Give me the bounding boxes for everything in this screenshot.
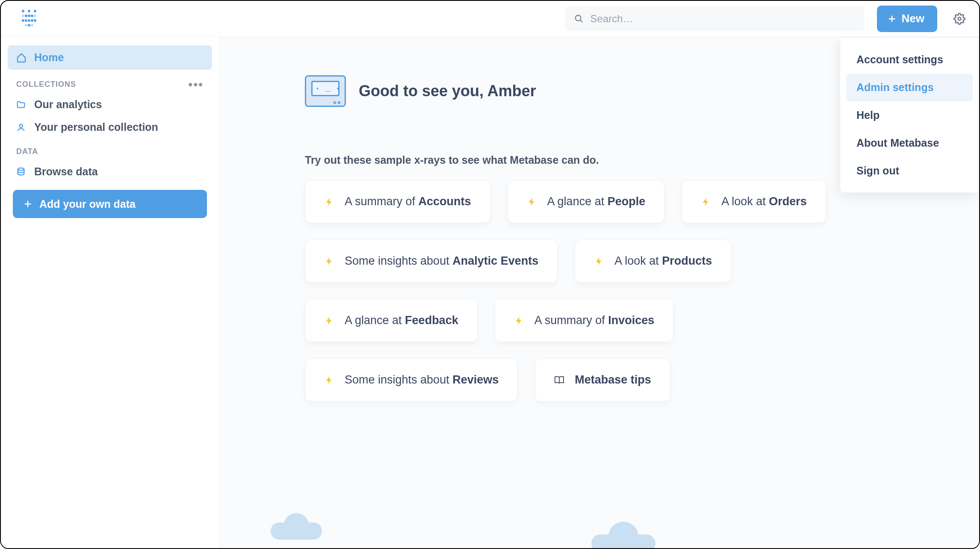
svg-point-21: [19, 124, 22, 127]
bolt-icon: [701, 197, 711, 207]
metabot-icon: • ‿ •: [305, 75, 346, 107]
svg-point-15: [31, 24, 33, 27]
svg-point-12: [34, 19, 36, 22]
plus-icon: [23, 199, 32, 209]
new-button-label: New: [902, 12, 924, 25]
xray-cards: A summary of AccountsA glance at PeopleA…: [305, 180, 869, 401]
bolt-icon: [514, 316, 524, 326]
home-icon: [16, 53, 27, 63]
search-box[interactable]: [565, 6, 864, 31]
search-icon: [574, 14, 584, 24]
card-text: A look at Orders: [721, 195, 807, 208]
sidebar-home-label: Home: [34, 51, 64, 64]
svg-point-4: [25, 15, 27, 17]
svg-point-6: [31, 15, 33, 17]
topbar: New: [1, 1, 979, 37]
sidebar-item-label: Browse data: [34, 165, 98, 178]
add-own-data-button[interactable]: Add your own data: [13, 190, 207, 218]
xray-card[interactable]: A glance at People: [508, 180, 665, 223]
bolt-icon: [324, 197, 334, 207]
svg-point-16: [575, 15, 581, 21]
new-button[interactable]: New: [877, 6, 937, 32]
xray-intro-text: Try out these sample x-rays to see what …: [305, 154, 894, 166]
settings-menu-item[interactable]: Admin settings: [846, 74, 973, 101]
add-data-label: Add your own data: [39, 198, 136, 210]
card-text: Some insights about Analytic Events: [345, 254, 538, 268]
svg-point-3: [22, 15, 24, 17]
card-text: Some insights about Reviews: [345, 373, 499, 387]
sidebar-item-label: Your personal collection: [34, 121, 158, 133]
xray-card[interactable]: A glance at Feedback: [305, 299, 478, 342]
svg-point-5: [28, 15, 30, 17]
card-text: A glance at Feedback: [345, 314, 458, 327]
xray-card[interactable]: A summary of Invoices: [495, 299, 674, 342]
xray-card[interactable]: A summary of Accounts: [305, 180, 490, 223]
bolt-icon: [324, 256, 334, 266]
svg-point-2: [34, 10, 36, 12]
card-text: A summary of Accounts: [345, 195, 471, 208]
svg-point-7: [34, 15, 36, 17]
svg-point-10: [28, 19, 30, 22]
svg-point-14: [28, 24, 30, 27]
plus-icon: [887, 14, 897, 24]
cloud-decoration: [591, 534, 655, 548]
greeting-text: Good to see you, Amber: [359, 82, 536, 100]
sidebar-data-header: DATA: [8, 139, 212, 160]
svg-point-20: [958, 17, 961, 20]
card-text: Metabase tips: [575, 373, 651, 387]
svg-point-11: [31, 19, 33, 22]
database-icon: [16, 167, 26, 177]
folder-icon: [16, 100, 26, 109]
bolt-icon: [527, 197, 537, 207]
xray-card[interactable]: A look at Products: [575, 239, 731, 283]
settings-menu-item[interactable]: Help: [846, 101, 973, 129]
xray-card[interactable]: A look at Orders: [682, 180, 826, 223]
card-text: A look at Products: [614, 254, 712, 268]
sidebar-collections-header: COLLECTIONS •••: [8, 71, 212, 93]
svg-point-9: [25, 19, 27, 22]
xray-card[interactable]: Metabase tips: [535, 358, 670, 401]
settings-menu-item[interactable]: Account settings: [846, 46, 973, 74]
xray-card[interactable]: Some insights about Reviews: [305, 358, 518, 401]
metabase-logo-icon: [21, 9, 37, 28]
sidebar-item-our-analytics[interactable]: Our analytics: [8, 93, 212, 116]
sidebar-item-personal-collection[interactable]: Your personal collection: [8, 116, 212, 139]
svg-point-8: [22, 19, 24, 22]
cloud-decoration: [271, 522, 322, 540]
svg-line-17: [580, 20, 582, 22]
settings-gear-button[interactable]: [950, 9, 969, 28]
search-input[interactable]: [590, 13, 855, 25]
card-text: A summary of Invoices: [534, 314, 655, 327]
settings-menu-item[interactable]: Sign out: [846, 157, 973, 185]
sidebar-item-label: Our analytics: [34, 98, 102, 111]
greeting-row: • ‿ • Good to see you, Amber: [305, 75, 894, 107]
bolt-icon: [324, 375, 334, 385]
bolt-icon: [324, 316, 334, 326]
svg-point-0: [22, 10, 24, 12]
person-icon: [16, 123, 26, 132]
svg-point-1: [28, 10, 30, 12]
gear-icon: [953, 13, 965, 25]
sidebar-item-browse-data[interactable]: Browse data: [8, 160, 212, 183]
book-icon: [554, 375, 564, 385]
settings-menu-item[interactable]: About Metabase: [846, 129, 973, 157]
svg-point-22: [18, 168, 24, 170]
svg-point-13: [25, 24, 27, 27]
logo[interactable]: [21, 10, 38, 27]
collections-more-button[interactable]: •••: [189, 82, 204, 87]
xray-card[interactable]: Some insights about Analytic Events: [305, 239, 558, 283]
sidebar: Home COLLECTIONS ••• Our analytics Your …: [1, 37, 219, 548]
card-text: A glance at People: [547, 195, 646, 208]
settings-dropdown-menu: Account settingsAdmin settingsHelpAbout …: [840, 38, 979, 193]
sidebar-item-home[interactable]: Home: [8, 45, 212, 70]
bolt-icon: [594, 256, 604, 266]
